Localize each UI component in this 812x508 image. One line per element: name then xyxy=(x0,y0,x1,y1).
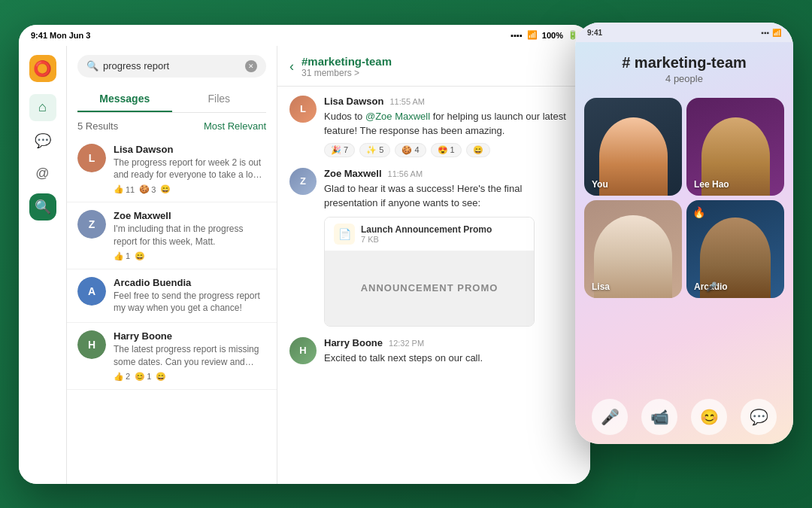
tablet-device: 9:41 Mon Jun 3 ▪▪▪▪ 📶 100% 🔋 ⭕ ⌂ 💬 xyxy=(19,25,590,484)
chat-messages: L Lisa Dawson 11:55 AM Kudos to @Zoe Max… xyxy=(277,87,590,484)
result-reactions-zoe: 👍 1 😄 xyxy=(114,251,266,261)
avatar-lisa: L xyxy=(77,144,106,172)
reaction: 😄 xyxy=(156,372,166,382)
search-input[interactable] xyxy=(103,60,241,71)
file-name: Launch Announcement Promo xyxy=(361,224,525,235)
battery-text: 100% xyxy=(542,31,563,40)
status-time: 9:41 Mon Jun 3 xyxy=(31,31,90,40)
reaction[interactable]: 🍪 4 xyxy=(395,143,426,157)
msg-time-lisa: 11:55 AM xyxy=(389,97,424,106)
result-name-arcadio: Arcadio Buendia xyxy=(114,277,266,288)
result-item-arcadio[interactable]: A Arcadio Buendia Feel free to send the … xyxy=(67,269,277,324)
msg-body-zoe: Zoe Maxwell 11:56 AM Glad to hear it was… xyxy=(324,168,578,327)
msg-avatar-harry: H xyxy=(289,337,317,364)
phone-channel-title: # marketing-team xyxy=(622,54,747,71)
phone-channel-header: # marketing-team 4 people xyxy=(610,42,759,92)
phone-signal-icon: ▪▪▪ xyxy=(761,29,769,37)
search-clear-button[interactable]: ✕ xyxy=(245,60,257,72)
message-lisa: L Lisa Dawson 11:55 AM Kudos to @Zoe Max… xyxy=(289,96,578,157)
chat-panel: ‹ #marketing-team 31 members > L Lisa Da… xyxy=(277,46,590,484)
result-text-zoe: I'm including that in the progress repor… xyxy=(114,223,266,248)
back-button[interactable]: ‹ xyxy=(289,59,294,75)
video-label-lisa: Lisa xyxy=(592,281,610,292)
file-attachment[interactable]: 📄 Launch Announcement Promo 7 KB ANNOUNC… xyxy=(324,217,535,327)
chat-header: ‹ #marketing-team 31 members > xyxy=(277,46,590,87)
phone-controls: 🎤 📹 😊 💬 xyxy=(580,390,789,444)
sidebar: ⭕ ⌂ 💬 @ 🔍 xyxy=(19,46,67,484)
avatar-arcadio: A xyxy=(77,277,106,306)
message-zoe: Z Zoe Maxwell 11:56 AM Glad to hear it w… xyxy=(289,168,578,327)
sidebar-item-search[interactable]: 🔍 xyxy=(29,193,56,221)
sort-button[interactable]: Most Relevant xyxy=(204,120,266,132)
msg-text-lisa: Kudos to @Zoe Maxwell for helping us lau… xyxy=(324,109,578,138)
tablet-body: ⭕ ⌂ 💬 @ 🔍 🔍 xyxy=(19,46,590,484)
mic-icon: 🎤 xyxy=(706,281,717,292)
reaction: 👍 11 xyxy=(114,184,135,194)
phone-channel-subtitle: 4 people xyxy=(622,73,747,84)
emoji-icon: 😄 xyxy=(135,251,145,261)
sidebar-item-messages[interactable]: 💬 xyxy=(29,127,56,154)
emoji-icon: 🍪 xyxy=(139,184,150,194)
search-bar[interactable]: 🔍 ✕ xyxy=(77,55,266,78)
tab-messages[interactable]: Messages xyxy=(77,87,172,112)
chat-subtitle: 31 members > xyxy=(301,68,578,78)
result-name-zoe: Zoe Maxwell xyxy=(114,210,266,221)
reaction-add[interactable]: 😄 xyxy=(466,143,490,157)
file-header: 📄 Launch Announcement Promo 7 KB xyxy=(325,217,534,251)
result-content-harry: Harry Boone The latest progress report i… xyxy=(114,330,266,382)
mute-button[interactable]: 🎤 xyxy=(592,399,628,435)
emoji-button[interactable]: 😊 xyxy=(691,399,727,435)
msg-reactions-lisa: 🎉 7 ✨ 5 🍪 4 😍 1 😄 xyxy=(324,143,578,157)
chat-button[interactable]: 💬 xyxy=(741,399,777,435)
emoji-icon: 😄 xyxy=(156,372,166,382)
msg-name-lisa: Lisa Dawson xyxy=(324,96,383,107)
result-text-arcadio: Feel free to send the progress report my… xyxy=(114,290,266,315)
file-preview-text: ANNOUNCEMENT PROMO xyxy=(361,282,498,294)
msg-name-harry: Harry Boone xyxy=(324,337,383,348)
video-cell-you: You xyxy=(584,98,682,196)
reaction: 😊 1 xyxy=(135,372,151,382)
result-item-harry[interactable]: H Harry Boone The latest progress report… xyxy=(67,323,277,390)
sidebar-item-mentions[interactable]: @ xyxy=(29,160,56,187)
msg-name-zoe: Zoe Maxwell xyxy=(324,168,382,179)
result-content-lisa: Lisa Dawson The progress report for week… xyxy=(114,144,266,195)
results-count: 5 Results xyxy=(77,120,118,132)
reaction: 🍪 3 xyxy=(139,184,156,194)
phone-status-bar: 9:41 ▪▪▪ 📶 xyxy=(575,23,793,42)
msg-time-zoe: 11:56 AM xyxy=(388,169,423,178)
app-icon: ⭕ xyxy=(29,55,56,82)
reaction: 👍 2 xyxy=(114,372,130,382)
msg-body-harry: Harry Boone 12:32 PM Excited to talk nex… xyxy=(324,337,578,366)
reaction[interactable]: 🎉 7 xyxy=(324,143,355,157)
signal-icon: ▪▪▪▪ xyxy=(511,31,523,40)
result-name-lisa: Lisa Dawson xyxy=(114,144,266,155)
chat-title-area: #marketing-team 31 members > xyxy=(301,55,578,78)
mention-zoe: @Zoe Maxwell xyxy=(365,111,430,122)
result-item-zoe[interactable]: Z Zoe Maxwell I'm including that in the … xyxy=(67,202,277,269)
search-nav-icon: 🔍 xyxy=(35,199,51,215)
phone-wifi-icon: 📶 xyxy=(772,29,781,37)
video-label-you: You xyxy=(592,179,608,190)
phone-device: 9:41 ▪▪▪ 📶 # marketing-team 4 people You xyxy=(575,23,793,444)
tablet-status-bar: 9:41 Mon Jun 3 ▪▪▪▪ 📶 100% 🔋 xyxy=(19,25,590,46)
chat-title: #marketing-team xyxy=(301,55,578,68)
result-item-lisa[interactable]: L Lisa Dawson The progress report for we… xyxy=(67,136,277,203)
msg-text-zoe: Glad to hear it was a success! Here's th… xyxy=(324,181,578,211)
search-results-header: 5 Results Most Relevant xyxy=(67,113,277,136)
avatar-zoe: Z xyxy=(77,210,106,239)
msg-header-lisa: Lisa Dawson 11:55 AM xyxy=(324,96,578,107)
result-reactions-harry: 👍 2 😊 1 😄 xyxy=(114,372,266,382)
tab-files[interactable]: Files xyxy=(172,87,267,112)
search-header: 🔍 ✕ Messages Files xyxy=(67,46,277,113)
video-badge-arcadio: 🔥 xyxy=(692,206,705,218)
reaction[interactable]: ✨ 5 xyxy=(359,143,390,157)
result-name-harry: Harry Boone xyxy=(114,330,266,342)
sidebar-item-home[interactable]: ⌂ xyxy=(29,94,56,121)
file-info: Launch Announcement Promo 7 KB xyxy=(361,224,525,244)
app-logo: ⭕ xyxy=(33,59,52,78)
messages-icon: 💬 xyxy=(35,132,51,149)
video-button[interactable]: 📹 xyxy=(641,399,677,435)
file-size: 7 KB xyxy=(361,235,525,244)
reaction[interactable]: 😍 1 xyxy=(431,143,462,157)
video-cell-arcadio: 🔥 Arcadio 🎤 xyxy=(686,200,784,298)
